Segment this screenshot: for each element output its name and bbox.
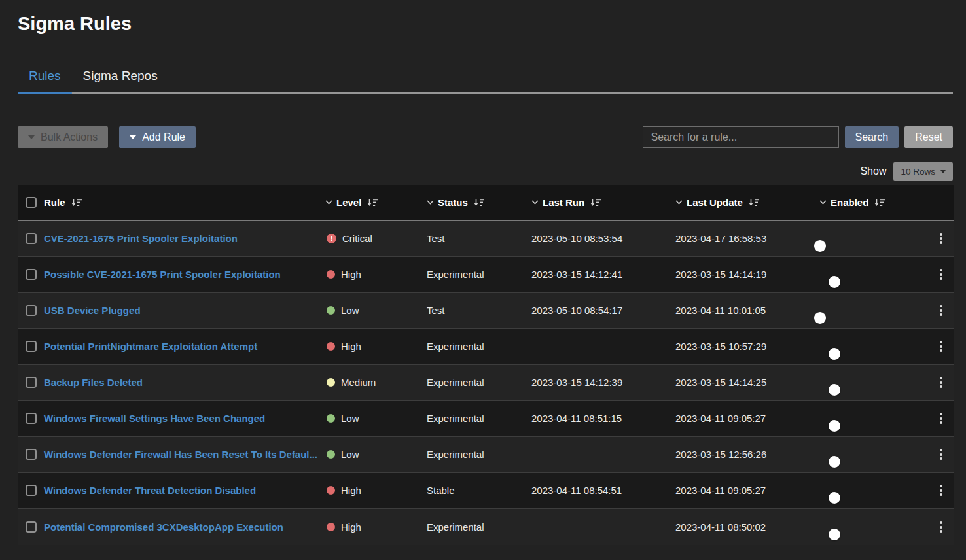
last-update-cell: 2023-04-17 16:58:53: [675, 233, 819, 244]
last-update-cell: 2023-03-15 12:56:26: [675, 449, 819, 460]
level-label: Low: [341, 413, 359, 424]
row-checkbox-cell: [18, 413, 44, 424]
rule-link[interactable]: CVE-2021-1675 Print Spooler Exploitation: [44, 233, 238, 244]
level-cell: Low: [325, 413, 427, 424]
level-icon: [327, 234, 336, 243]
row-checkbox[interactable]: [26, 269, 37, 280]
caret-down-icon: [130, 135, 136, 139]
actions-cell: [928, 482, 954, 499]
search-input[interactable]: [643, 126, 839, 148]
sort-icon[interactable]: [590, 198, 601, 207]
table-row: CVE-2021-1675 Print Spooler Exploitation…: [18, 221, 954, 257]
toggle-knob: [829, 529, 840, 540]
last-run-cell: 2023-05-10 08:54:17: [531, 305, 675, 316]
table-row: Backup Files Deleted Medium Experimental…: [18, 365, 954, 401]
sort-icon[interactable]: [874, 198, 885, 207]
reset-button[interactable]: Reset: [904, 126, 953, 148]
row-checkbox[interactable]: [26, 521, 37, 533]
last-run-cell: 2023-03-15 14:12:39: [531, 377, 675, 388]
column-header-rule[interactable]: Rule: [44, 197, 325, 208]
toggle-knob: [829, 348, 840, 360]
rule-link[interactable]: Backup Files Deleted: [44, 377, 143, 388]
chevron-down-icon[interactable]: [819, 200, 827, 205]
last-update-cell: 2023-03-15 10:57:29: [675, 341, 819, 352]
last-run-cell: 2023-04-11 08:51:15: [531, 413, 675, 424]
kebab-menu-icon[interactable]: [937, 302, 945, 319]
select-all-checkbox[interactable]: [26, 197, 37, 208]
rule-link[interactable]: Possible CVE-2021-1675 Print Spooler Exp…: [44, 269, 281, 280]
bulk-actions-button[interactable]: Bulk Actions: [18, 126, 108, 148]
actions-cell: [928, 410, 954, 427]
status-cell: Stable: [427, 485, 531, 496]
caret-down-icon: [940, 170, 946, 173]
rule-cell: USB Device Plugged: [44, 305, 325, 316]
column-header-level[interactable]: Level: [325, 197, 427, 208]
level-label: Low: [341, 449, 359, 460]
level-cell: High: [325, 269, 427, 280]
level-label: High: [341, 485, 361, 496]
status-cell: Experimental: [427, 377, 531, 388]
kebab-menu-icon[interactable]: [937, 374, 945, 391]
column-header-enabled[interactable]: Enabled: [819, 197, 928, 208]
kebab-menu-icon[interactable]: [937, 446, 945, 463]
rule-link[interactable]: Potential PrintNightmare Exploitation At…: [44, 341, 257, 352]
rule-cell: CVE-2021-1675 Print Spooler Exploitation: [44, 233, 325, 244]
chevron-down-icon[interactable]: [675, 200, 683, 205]
chevron-down-icon[interactable]: [325, 200, 332, 205]
search-button-label: Search: [855, 131, 889, 143]
chevron-down-icon[interactable]: [427, 200, 434, 205]
sort-icon[interactable]: [748, 198, 760, 207]
actions-cell: [928, 374, 954, 391]
last-update-cell: 2023-04-11 09:05:27: [675, 413, 819, 424]
rule-link[interactable]: Potential Compromised 3CXDesktopApp Exec…: [44, 521, 283, 533]
add-rule-button[interactable]: Add Rule: [119, 126, 196, 148]
last-run-cell: 2023-05-10 08:53:54: [531, 233, 675, 244]
kebab-menu-icon[interactable]: [937, 338, 945, 355]
column-label-rule: Rule: [44, 197, 65, 208]
actions-cell: [928, 519, 954, 535]
rule-link[interactable]: Windows Firewall Settings Have Been Chan…: [44, 413, 265, 424]
row-checkbox[interactable]: [26, 341, 37, 352]
level-icon: [327, 270, 335, 279]
level-label: Low: [341, 305, 359, 316]
tab-sigma-repos[interactable]: Sigma Repos: [72, 63, 169, 92]
row-checkbox[interactable]: [26, 233, 37, 244]
column-header-status[interactable]: Status: [427, 197, 531, 208]
row-checkbox[interactable]: [26, 377, 37, 388]
row-checkbox[interactable]: [26, 413, 37, 424]
row-checkbox[interactable]: [26, 485, 37, 496]
status-cell: Experimental: [427, 521, 531, 533]
row-checkbox[interactable]: [26, 449, 37, 460]
table-row: Potential Compromised 3CXDesktopApp Exec…: [18, 509, 954, 545]
sort-icon[interactable]: [71, 198, 82, 207]
column-header-last-run[interactable]: Last Run: [531, 197, 675, 208]
kebab-menu-icon[interactable]: [937, 266, 945, 283]
status-cell: Test: [427, 305, 531, 316]
column-label-level: Level: [336, 197, 361, 208]
row-checkbox-cell: [18, 449, 44, 460]
actions-cell: [928, 266, 954, 283]
kebab-menu-icon[interactable]: [937, 482, 945, 499]
tab-rules[interactable]: Rules: [18, 63, 72, 92]
rule-link[interactable]: Windows Defender Firewall Has Been Reset…: [44, 449, 317, 460]
sort-icon[interactable]: [367, 198, 378, 207]
page-title: Sigma Rules: [18, 13, 953, 35]
sort-icon[interactable]: [473, 198, 485, 207]
search-button[interactable]: Search: [845, 126, 899, 148]
table-row: Possible CVE-2021-1675 Print Spooler Exp…: [18, 257, 954, 293]
kebab-menu-icon[interactable]: [937, 410, 945, 427]
level-icon: [327, 523, 335, 531]
rows-per-page-select[interactable]: 10 Rows: [893, 162, 953, 181]
column-header-last-update[interactable]: Last Update: [675, 197, 819, 208]
show-label: Show: [860, 166, 886, 177]
status-cell: Experimental: [427, 449, 531, 460]
reset-button-label: Reset: [915, 131, 942, 143]
kebab-menu-icon[interactable]: [937, 519, 945, 535]
rule-link[interactable]: USB Device Plugged: [44, 305, 141, 316]
chevron-down-icon[interactable]: [531, 200, 539, 205]
rule-link[interactable]: Windows Defender Threat Detection Disabl…: [44, 485, 256, 496]
toolbar-left: Bulk Actions Add Rule: [18, 126, 196, 148]
kebab-menu-icon[interactable]: [937, 230, 945, 247]
row-checkbox[interactable]: [26, 305, 37, 316]
rule-cell: Windows Defender Threat Detection Disabl…: [44, 485, 325, 496]
